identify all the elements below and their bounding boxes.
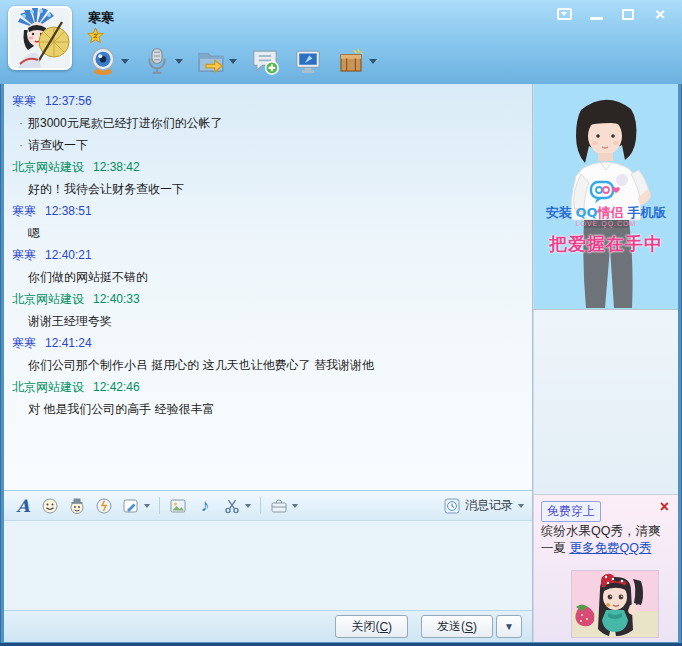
ad-logo-couple: 情侣 bbox=[598, 205, 624, 220]
message-line: 好的！我待会让财务查收一下 bbox=[12, 178, 524, 200]
message-sender[interactable]: 北京网站建设 bbox=[12, 292, 84, 306]
maximize-icon bbox=[622, 9, 634, 20]
doodle-button[interactable] bbox=[120, 495, 142, 517]
send-options-button[interactable]: ▼ bbox=[496, 615, 522, 638]
message-sender[interactable]: 北京网站建设 bbox=[12, 380, 84, 394]
font-icon: A bbox=[16, 496, 29, 516]
smiley-icon bbox=[41, 497, 59, 515]
opera-avatar-image bbox=[10, 8, 72, 70]
message-line: 对 他是我们公司的高手 经验很丰富 bbox=[12, 398, 524, 420]
multi-chat-icon bbox=[250, 46, 280, 76]
maximize-button[interactable] bbox=[616, 5, 640, 23]
ad-slogan: 把爱握在手中 bbox=[534, 232, 678, 256]
toolbox-icon bbox=[270, 497, 288, 515]
message-line: 你们公司那个制作小吕 挺用心的 这几天也让他费心了 替我谢谢他 bbox=[12, 354, 524, 376]
magic-face-icon bbox=[68, 497, 86, 515]
free-dressup-badge[interactable]: 免费穿上 bbox=[541, 501, 601, 522]
ad-logo-subtext: LOVE.QQ.COM bbox=[534, 220, 678, 228]
chat-history[interactable]: 寒寒12:37:56 ·那3000元尾款已经打进你们的公帐了 ·请查收一下 北京… bbox=[4, 84, 532, 490]
message-header: 寒寒12:37:56 bbox=[12, 90, 524, 112]
message-history-button[interactable]: 消息记录 bbox=[444, 497, 524, 514]
toolbox-dropdown-arrow[interactable] bbox=[292, 504, 298, 508]
footer-button-bar: 关闭(C) 发送(S) ▼ bbox=[4, 610, 532, 642]
close-chat-button[interactable]: 关闭(C) bbox=[335, 615, 408, 638]
message-group: 北京网站建设12:38:42 好的！我待会让财务查收一下 bbox=[12, 156, 524, 200]
remote-assist-button[interactable] bbox=[291, 44, 325, 78]
message-group: 北京网站建设12:42:46 对 他是我们公司的高手 经验很丰富 bbox=[12, 376, 524, 420]
shake-window-button[interactable] bbox=[93, 495, 115, 517]
message-time: 12:40:33 bbox=[93, 292, 140, 306]
app-box-button[interactable] bbox=[334, 44, 379, 78]
contact-avatar[interactable] bbox=[8, 6, 72, 70]
doodle-icon bbox=[122, 497, 140, 515]
message-sender[interactable]: 寒寒 bbox=[12, 336, 36, 350]
close-hotkey: C bbox=[379, 620, 388, 634]
message-line: ·请查收一下 bbox=[12, 134, 524, 156]
ad-install-text: 安装 bbox=[546, 205, 572, 220]
toggle-sidebar-button[interactable] bbox=[552, 5, 576, 23]
app-box-dropdown-arrow[interactable] bbox=[369, 59, 377, 64]
message-header: 北京网站建设12:42:46 bbox=[12, 376, 524, 398]
message-header: 寒寒12:41:24 bbox=[12, 332, 524, 354]
message-sender[interactable]: 寒寒 bbox=[12, 204, 36, 218]
send-hotkey: S bbox=[465, 620, 473, 634]
close-label: 关闭( bbox=[351, 618, 379, 635]
message-marker: · bbox=[19, 112, 23, 134]
toolbar-separator bbox=[260, 497, 261, 514]
message-text: 请查收一下 bbox=[28, 138, 88, 152]
message-time: 12:41:24 bbox=[45, 336, 92, 350]
bottom-ad-panel: 免费穿上 × 缤纷水果QQ秀，清爽一夏 更多免费QQ秀 bbox=[533, 494, 678, 642]
ad-close-icon[interactable]: × bbox=[660, 499, 669, 515]
scissors-icon bbox=[223, 497, 241, 515]
file-transfer-dropdown-arrow[interactable] bbox=[229, 59, 237, 64]
more-qqshow-link[interactable]: 更多免费QQ秀 bbox=[569, 541, 651, 555]
message-input[interactable] bbox=[4, 520, 532, 610]
qqshow-panel[interactable]: 安装 QQ情侣 手机版 LOVE.QQ.COM 把爱握在手中 bbox=[533, 84, 678, 310]
voice-call-dropdown-arrow[interactable] bbox=[175, 59, 183, 64]
font-format-button[interactable]: A bbox=[12, 495, 34, 517]
history-dropdown-arrow[interactable] bbox=[518, 504, 524, 508]
message-text: 你们做的网站挺不错的 bbox=[28, 270, 148, 284]
voice-call-button[interactable] bbox=[140, 44, 185, 78]
webcam-icon bbox=[88, 46, 118, 76]
send-button[interactable]: 发送(S) bbox=[421, 615, 493, 638]
message-sender[interactable]: 寒寒 bbox=[12, 94, 36, 108]
ad-girl-image[interactable] bbox=[572, 571, 658, 637]
create-group-chat-button[interactable] bbox=[248, 44, 282, 78]
ad-suffix-text: 手机版 bbox=[627, 205, 666, 220]
close-button[interactable]: × bbox=[648, 5, 672, 23]
qqshow-ad-overlay[interactable]: 安装 QQ情侣 手机版 LOVE.QQ.COM 把爱握在手中 bbox=[534, 180, 678, 256]
toolbox-button[interactable] bbox=[268, 495, 290, 517]
file-transfer-icon bbox=[196, 46, 226, 76]
window-controls: × bbox=[552, 4, 672, 24]
message-line: 嗯 bbox=[12, 222, 524, 244]
send-label: 发送( bbox=[437, 618, 465, 635]
message-sender[interactable]: 北京网站建设 bbox=[12, 160, 84, 174]
doodle-dropdown-arrow[interactable] bbox=[144, 504, 150, 508]
file-transfer-button[interactable] bbox=[194, 44, 239, 78]
music-note-icon: ♪ bbox=[201, 496, 210, 516]
screenshot-button[interactable] bbox=[221, 495, 243, 517]
minimize-button[interactable] bbox=[584, 5, 608, 23]
send-image-button[interactable] bbox=[167, 495, 189, 517]
message-time: 12:37:56 bbox=[45, 94, 92, 108]
video-call-dropdown-arrow[interactable] bbox=[121, 59, 129, 64]
shake-icon bbox=[95, 497, 113, 515]
message-group: 寒寒12:37:56 ·那3000元尾款已经打进你们的公帐了 ·请查收一下 bbox=[12, 90, 524, 156]
message-sender[interactable]: 寒寒 bbox=[12, 248, 36, 262]
screenshot-dropdown-arrow[interactable] bbox=[245, 504, 251, 508]
message-text: 谢谢王经理夸奖 bbox=[28, 314, 112, 328]
message-text: 好的！我待会让财务查收一下 bbox=[28, 182, 184, 196]
video-call-button[interactable] bbox=[86, 44, 131, 78]
ad-text: 缤纷水果QQ秀，清爽一夏 更多免费QQ秀 bbox=[541, 523, 671, 557]
emoticon-button[interactable] bbox=[39, 495, 61, 517]
message-time: 12:40:21 bbox=[45, 248, 92, 262]
audio-message-button[interactable]: ♪ bbox=[194, 495, 216, 517]
magic-emoticon-button[interactable] bbox=[66, 495, 88, 517]
message-line: 谢谢王经理夸奖 bbox=[12, 310, 524, 332]
message-text: 你们公司那个制作小吕 挺用心的 这几天也让他费心了 替我谢谢他 bbox=[28, 358, 374, 372]
sidebar-panel-empty bbox=[533, 310, 678, 494]
message-text: 对 他是我们公司的高手 经验很丰富 bbox=[28, 402, 215, 416]
message-group: 寒寒12:40:21 你们做的网站挺不错的 bbox=[12, 244, 524, 288]
minimize-icon bbox=[590, 17, 603, 20]
